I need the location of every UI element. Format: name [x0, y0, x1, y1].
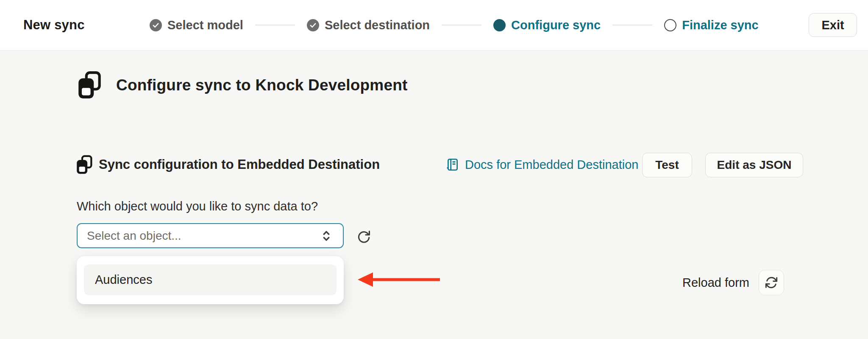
dropdown-option-audiences[interactable]: Audiences: [84, 264, 337, 295]
destination-placeholder-icon: [77, 71, 102, 100]
object-select-dropdown: Audiences: [77, 256, 344, 304]
step-select-destination[interactable]: Select destination: [307, 18, 430, 32]
step-upcoming-circle-icon: [664, 19, 676, 31]
refresh-icon: [356, 229, 371, 244]
exit-button[interactable]: Exit: [809, 13, 857, 37]
destination-placeholder-icon: [76, 155, 93, 175]
reload-form-button[interactable]: [759, 270, 784, 295]
reload-form-label: Reload form: [682, 276, 749, 290]
edit-as-json-button[interactable]: Edit as JSON: [705, 153, 803, 177]
sync-configuration-heading-row: Sync configuration to Embedded Destinati…: [76, 151, 380, 178]
new-sync-wizard: New sync Select model Select destination…: [0, 0, 868, 339]
docs-link[interactable]: Docs for Embedded Destination: [445, 151, 638, 178]
section-heading: Sync configuration to Embedded Destinati…: [99, 157, 380, 172]
chevron-up-down-icon: [319, 229, 334, 243]
step-connector: [255, 25, 295, 25]
book-icon: [445, 157, 460, 172]
step-label: Configure sync: [511, 18, 601, 32]
step-finalize-sync[interactable]: Finalize sync: [664, 18, 759, 32]
step-current-dot-icon: [493, 19, 506, 31]
step-configure-sync[interactable]: Configure sync: [493, 18, 601, 32]
configure-sync-heading-row: Configure sync to Knock Development: [77, 71, 408, 100]
wizard-top-bar: New sync Select model Select destination…: [0, 0, 868, 50]
step-connector: [442, 25, 481, 25]
step-complete-check-icon: [307, 19, 319, 31]
docs-link-label: Docs for Embedded Destination: [465, 158, 638, 172]
object-select-placeholder: Select an object...: [87, 229, 319, 243]
step-complete-check-icon: [150, 19, 162, 31]
step-label: Finalize sync: [682, 18, 759, 32]
wizard-stepper: Select model Select destination Configur…: [150, 0, 759, 50]
reload-form-row: Reload form: [682, 270, 784, 295]
step-select-model[interactable]: Select model: [150, 18, 243, 32]
step-connector: [612, 25, 652, 25]
annotation-arrow: [357, 271, 442, 288]
object-question-label: Which object would you like to sync data…: [77, 199, 318, 213]
test-button[interactable]: Test: [642, 153, 692, 177]
step-label: Select model: [167, 18, 243, 32]
page-title: New sync: [23, 17, 85, 33]
object-select[interactable]: Select an object...: [77, 223, 344, 248]
reload-icon: [765, 276, 778, 289]
step-label: Select destination: [325, 18, 430, 32]
refresh-objects-button[interactable]: [355, 228, 372, 245]
page-heading: Configure sync to Knock Development: [116, 76, 408, 94]
